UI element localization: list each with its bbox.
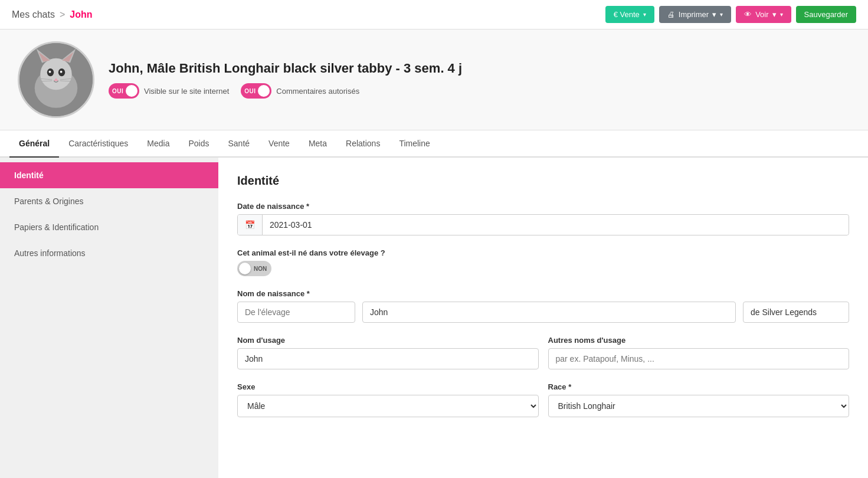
main-layout: IdentitéParents & OriginesPapiers & Iden… (0, 158, 868, 478)
tab-media[interactable]: Media (137, 130, 179, 158)
voir-label: Voir (755, 10, 768, 19)
nom-prefix-input[interactable] (237, 302, 355, 323)
autres-noms-col: Autres noms d'usage (548, 336, 850, 369)
sidebar-item-parents[interactable]: Parents & Origines (0, 188, 218, 214)
date-naissance-input[interactable] (263, 215, 849, 235)
toggle2-label: Commentaires autorisés (276, 87, 359, 96)
ne-dans-elevage-toggle[interactable]: NON (237, 261, 271, 276)
breadcrumb-separator: > (60, 9, 65, 20)
breadcrumb: Mes chats > John (12, 9, 92, 20)
tab-caracteristiques[interactable]: Caractéristiques (59, 130, 137, 158)
avatar (18, 41, 94, 118)
tabs-bar: GénéralCaractéristiquesMediaPoidsSantéVe… (0, 130, 868, 158)
svg-point-9 (49, 71, 51, 73)
autres-noms-input[interactable] (548, 348, 850, 369)
nom-usage-col: Nom d'usage (237, 336, 539, 369)
tab-poids[interactable]: Poids (179, 130, 218, 158)
toggle1-value: OUI (112, 88, 123, 94)
tab-sante[interactable]: Santé (218, 130, 259, 158)
sidebar: IdentitéParents & OriginesPapiers & Iden… (0, 158, 218, 478)
toggle1-knob (126, 85, 137, 97)
toggle-text: NON (254, 266, 267, 272)
nom-usage-row-group: Nom d'usage Autres noms d'usage (237, 336, 849, 369)
tab-vente[interactable]: Vente (259, 130, 299, 158)
tab-meta[interactable]: Meta (299, 130, 336, 158)
autres-noms-label: Autres noms d'usage (548, 336, 850, 345)
date-naissance-group: Date de naissance * 📅 (237, 202, 849, 235)
commentaires-toggle[interactable]: OUI (241, 83, 271, 99)
svg-point-2 (40, 58, 71, 90)
nom-usage-input[interactable] (237, 348, 539, 369)
tab-relations[interactable]: Relations (336, 130, 389, 158)
nom-suffix-input[interactable] (743, 302, 849, 323)
breadcrumb-current: John (70, 9, 92, 20)
sidebar-item-papiers[interactable]: Papiers & Identification (0, 214, 218, 240)
calendar-icon: 📅 (238, 215, 263, 235)
visible-toggle[interactable]: OUI (109, 83, 139, 99)
ne-dans-elevage-group: Cet animal est-il né dans votre élevage … (237, 248, 849, 276)
sidebar-item-identite[interactable]: Identité (0, 162, 218, 188)
print-icon: 🖨 (667, 10, 675, 19)
profile-info: John, Mâle British Longhair black silver… (109, 61, 462, 99)
toggle-group-1: OUI Visible sur le site internet (109, 83, 229, 99)
sexe-race-row: Sexe MâleFemelle Race * British Longhair… (237, 382, 849, 417)
sauvegarder-button[interactable]: Sauvegarder (796, 6, 856, 23)
toggle-knob (239, 263, 251, 274)
nom-naissance-label: Nom de naissance * (237, 289, 849, 298)
voir-button[interactable]: 👁 Voir ▾ (736, 6, 791, 23)
nom-main-input[interactable] (362, 302, 736, 323)
svg-point-10 (60, 71, 63, 73)
eye-icon: 👁 (744, 10, 752, 19)
imprimer-label: Imprimer (679, 10, 709, 19)
sexe-race-group: Sexe MâleFemelle Race * British Longhair… (237, 382, 849, 417)
date-naissance-input-wrapper: 📅 (237, 214, 849, 235)
sexe-select[interactable]: MâleFemelle (237, 395, 539, 417)
tab-timeline[interactable]: Timeline (389, 130, 439, 158)
breadcrumb-parent[interactable]: Mes chats (12, 9, 55, 20)
toggle2-knob (258, 85, 270, 97)
top-actions: € Vente 🖨 Imprimer ▾ 👁 Voir ▾ Sauvegarde… (605, 6, 856, 23)
race-label: Race * (548, 382, 850, 391)
tab-general[interactable]: Général (9, 130, 59, 158)
nom-usage-row: Nom d'usage Autres noms d'usage (237, 336, 849, 369)
top-bar: Mes chats > John € Vente 🖨 Imprimer ▾ 👁 … (0, 0, 868, 30)
sexe-col: Sexe MâleFemelle (237, 382, 539, 417)
profile-toggles: OUI Visible sur le site internet OUI Com… (109, 83, 462, 99)
race-select[interactable]: British LonghairBritish ShorthairPersian (548, 395, 850, 417)
profile-title: John, Mâle British Longhair black silver… (109, 61, 462, 76)
nom-naissance-group: Nom de naissance * (237, 289, 849, 323)
sidebar-item-autres[interactable]: Autres informations (0, 240, 218, 266)
imprimer-button[interactable]: 🖨 Imprimer ▾ (659, 6, 731, 23)
dropdown-chevron2: ▾ (772, 10, 777, 19)
sexe-label: Sexe (237, 382, 539, 391)
content-area: Identité Date de naissance * 📅 Cet anima… (218, 158, 868, 478)
ne-dans-elevage-label: Cet animal est-il né dans votre élevage … (237, 248, 849, 257)
toggle2-value: OUI (244, 88, 256, 94)
race-col: Race * British LonghairBritish Shorthair… (548, 382, 850, 417)
dropdown-chevron: ▾ (712, 10, 716, 19)
vente-button[interactable]: € Vente (605, 6, 654, 23)
profile-header: John, Mâle British Longhair black silver… (0, 30, 868, 130)
section-title: Identité (237, 174, 849, 188)
toggle-group-2: OUI Commentaires autorisés (241, 83, 359, 99)
nom-naissance-row (237, 302, 849, 323)
date-naissance-label: Date de naissance * (237, 202, 849, 211)
toggle1-label: Visible sur le site internet (144, 87, 229, 96)
nom-usage-label: Nom d'usage (237, 336, 539, 345)
